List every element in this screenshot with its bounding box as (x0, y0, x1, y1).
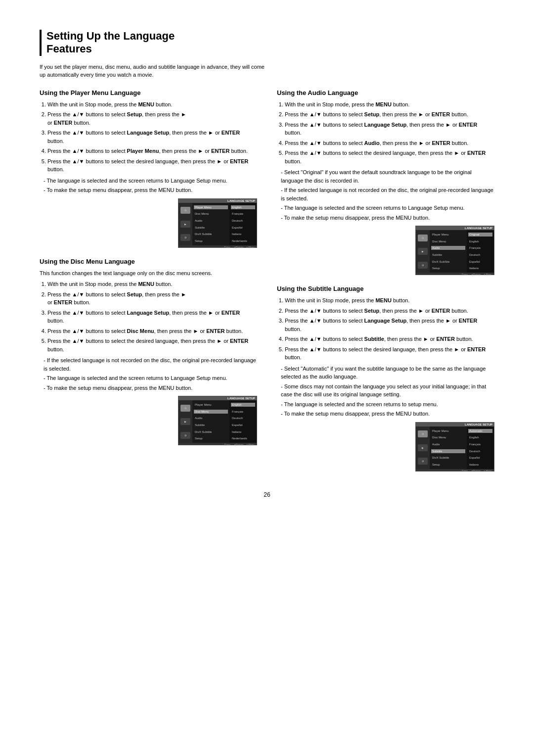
screen-icon: ⚙ (180, 207, 190, 214)
screen-icon: ⚙ (418, 458, 428, 465)
audio-language-section: Using the Audio Language With the unit i… (277, 89, 494, 276)
audio-language-notes: Select "Original" if you want the defaul… (277, 168, 494, 222)
screen-value-item: Français (468, 442, 492, 446)
audio-language-steps: With the unit in Stop mode, press the ME… (277, 100, 494, 166)
list-item: Press the ▲/▼ buttons to select Language… (285, 317, 494, 333)
screen-bottom-bar: ● Enter ◀ Return ■ Menu (178, 443, 257, 445)
screen-menu-item: Disc Menu (194, 212, 228, 216)
screen-value-item: Nederlands (231, 436, 255, 440)
screen-icons: ⚙ ▶ ⚙ (416, 230, 430, 273)
screen-menu-item: Disc Menu (431, 239, 465, 243)
screen-icons: ⚙ ▶ ⚙ (178, 400, 192, 443)
screen-value-item: Français (231, 212, 255, 216)
screen-content: ⚙ ▶ ⚙ Player Menu Disc Menu Audio Subtit… (178, 203, 257, 245)
screen-bottom-bar: ● Enter ◀ Return ■ Menu (416, 469, 494, 472)
screen-content: ⚙ ▶ ⚙ Player Menu Disc Menu Audio Subtit… (416, 426, 494, 469)
screen-value-item: Español (468, 260, 492, 264)
screen-value-list: Original English Français Deutsch Españo… (467, 230, 494, 273)
list-item: With the unit in Stop mode, press the ME… (285, 100, 494, 109)
screen-menu-list: Player Menu Disc Menu Audio Subtitle Div… (430, 230, 467, 273)
screen-icon: ▶ (180, 221, 190, 228)
list-item: Press the ▲/▼ buttons to select Language… (285, 121, 494, 137)
page-title: Setting Up the Language Features (46, 30, 494, 56)
screen-icons: ⚙ ▶ ⚙ (178, 203, 192, 245)
list-item: To make the setup menu disappear, press … (281, 214, 494, 222)
screen-menu-item: Setup (194, 436, 228, 440)
screen-value-item: Español (231, 226, 255, 230)
page-number: 26 (40, 491, 494, 498)
screen-icon: ⚙ (418, 235, 428, 241)
player-menu-body: With the unit in Stop mode, press the ME… (40, 100, 257, 194)
list-item: If the selected language is not recorded… (44, 356, 257, 373)
screen-nav-hint: ◀ Return (471, 273, 481, 275)
screen-nav-hint: ● Enter (459, 273, 467, 275)
screen-menu-item: Player Menu (194, 205, 228, 209)
list-item: Press the ▲/▼ buttons to select Setup, t… (47, 290, 257, 307)
list-item: Select "Automatic" if you want the subti… (281, 365, 494, 381)
screen-value-item: Italiano (231, 232, 255, 236)
screen-icon: ⚙ (180, 405, 190, 412)
page-container: Setting Up the Language Features If you … (40, 30, 494, 498)
screen-icon: ⚙ (418, 262, 428, 269)
list-item: Some discs may not contain the language … (281, 382, 494, 399)
screen-menu-item: Subtitle (431, 253, 465, 257)
screen-menu-item: Audio (194, 219, 228, 223)
list-item: Press the ▲/▼ buttons to select Language… (47, 309, 257, 325)
list-item: The language is selected and the screen … (281, 400, 494, 409)
screen-menu-item: Audio (431, 442, 465, 446)
left-column: Using the Player Menu Language With the … (40, 89, 257, 481)
subtitle-language-notes: Select "Automatic" if you want the subti… (277, 365, 494, 418)
screen-value-item: Español (231, 423, 255, 427)
screen-nav-hint: ● Enter (459, 470, 467, 472)
screen-value-item: English (231, 205, 255, 209)
title-section: Setting Up the Language Features (40, 30, 494, 56)
list-item: Press the ▲/▼ buttons to select the desi… (285, 345, 494, 362)
screen-content: ⚙ ▶ ⚙ Player Menu Disc Menu Audio Subtit… (178, 400, 257, 443)
screen-bottom-bar: ● Enter ◀ Return ■ Menu (178, 245, 257, 248)
audio-language-body: With the unit in Stop mode, press the ME… (277, 100, 494, 222)
screen-menu-item: Setup (431, 266, 465, 270)
screen-value-item: Original (468, 233, 492, 236)
disc-menu-title: Using the Disc Menu Language (40, 258, 257, 265)
screen-menu-item: Setup (194, 239, 228, 243)
screen-icon: ▶ (418, 248, 428, 255)
screen-menu-item: DivX SubSite (431, 260, 465, 264)
disc-menu-body: This function changes the text language … (40, 269, 257, 392)
player-menu-steps: With the unit in Stop mode, press the ME… (40, 100, 257, 174)
screen-icon: ⚙ (180, 234, 190, 241)
screen-icon: ▶ (418, 444, 428, 451)
list-item: Press the ▲/▼ buttons to select Player M… (47, 147, 257, 155)
list-item: Press the ▲/▼ buttons to select the desi… (47, 337, 257, 353)
screen-nav-hint: ◀ Return (471, 470, 481, 472)
screen-value-list: English Français Deutsch Español Italian… (229, 400, 257, 443)
list-item: With the unit in Stop mode, press the ME… (47, 280, 257, 288)
list-item: The language is selected and the screen … (44, 177, 257, 185)
screen-menu-item: DivX Subtitle (194, 232, 228, 236)
audio-language-title: Using the Audio Language (277, 89, 494, 96)
disc-menu-intro: This function changes the text language … (40, 269, 257, 278)
screen-value-item: Italiano (468, 266, 492, 270)
screen-menu-item: DivX Subtitle (431, 456, 465, 460)
screen-menu-item: Player Menu (431, 429, 465, 433)
intro-text: If you set the player menu, disc menu, a… (40, 63, 267, 79)
screen-icons: ⚙ ▶ ⚙ (416, 426, 430, 469)
list-item: Press the ▲/▼ buttons to select Setup, t… (285, 110, 494, 119)
screen-nav-hint: ◀ Return (233, 246, 243, 248)
screen-icon: ⚙ (418, 430, 428, 437)
disc-menu-screen: LANGUAGE SETUP ⚙ ▶ ⚙ Player Menu Disc Me… (178, 396, 257, 445)
list-item: Press the ▲/▼ buttons to select the desi… (47, 157, 257, 174)
screen-menu-item: Audio (431, 246, 465, 250)
list-item: To make the setup menu disappear, press … (44, 384, 257, 392)
subtitle-language-title: Using the Subtitle Language (277, 285, 494, 292)
screen-menu-item: Subtitle (194, 226, 228, 230)
list-item: Press the ▲/▼ buttons to select Setup, t… (285, 307, 494, 315)
list-item: The language is selected and the screen … (281, 204, 494, 212)
screen-header: LANGUAGE SETUP (416, 226, 494, 230)
list-item: Press the ▲/▼ buttons to select Disc Men… (47, 327, 257, 335)
screen-icon: ▶ (180, 418, 190, 425)
subtitle-language-section: Using the Subtitle Language With the uni… (277, 285, 494, 472)
screen-menu-item: Disc Menu (431, 435, 465, 439)
screen-value-item: English (231, 403, 255, 407)
screen-header: LANGUAGE SETUP (416, 423, 494, 426)
list-item: Select "Original" if you want the defaul… (281, 168, 494, 185)
